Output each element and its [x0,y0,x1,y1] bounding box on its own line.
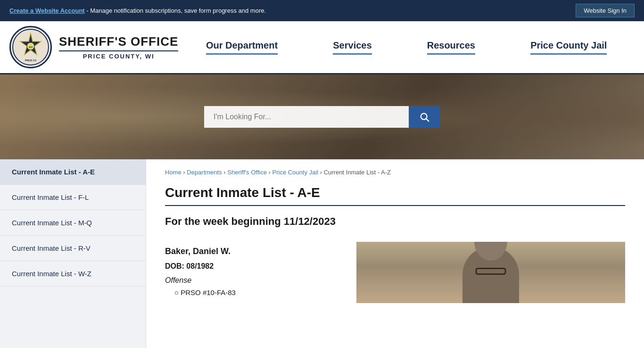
breadcrumb-home[interactable]: Home [165,169,182,176]
main-content: Home › Departments › Sheriff's Office › … [146,159,644,348]
sidebar-item-ae[interactable]: Current Inmate List - A-E [0,159,146,185]
content-area: Current Inmate List - A-E Current Inmate… [0,159,644,348]
banner-message: Create a Website Account - Manage notifi… [9,7,266,14]
create-account-link[interactable]: Create a Website Account [9,7,85,14]
photo-placeholder [356,242,625,303]
search-bar [204,106,440,128]
breadcrumb-current: Current Inmate List - A-Z [324,169,391,176]
banner-text: - Manage notification subscriptions, sav… [85,7,266,14]
header: SO PRICE CO SHERIFF'S OFFICE PRICE COUNT… [0,21,644,74]
county-label: PRICE COUNTY, WI [59,50,178,60]
inmate-photo [356,242,625,303]
breadcrumb-sep3: › [269,169,272,176]
top-banner: Create a Website Account - Manage notifi… [0,0,644,21]
nav-services[interactable]: Services [326,35,379,59]
search-icon [419,112,429,122]
sidebar: Current Inmate List - A-E Current Inmate… [0,159,146,348]
nav-resources[interactable]: Resources [420,35,482,59]
week-heading: For the week beginning 11/12/2023 [165,215,625,228]
sheriff-logo-icon: SO PRICE CO [12,28,50,66]
sidebar-item-mq[interactable]: Current Inmate List - M-Q [0,210,146,236]
main-nav: Our Department Services Resources Price … [178,35,635,59]
svg-line-6 [426,119,429,121]
breadcrumb: Home › Departments › Sheriff's Office › … [165,169,625,176]
breadcrumb-sheriffs-office[interactable]: Sheriff's Office [227,169,267,176]
page-title: Current Inmate List - A-E [165,185,625,206]
inmate-name: Baker, Daniel W. [165,247,342,256]
hero-banner [0,74,644,159]
office-title: SHERIFF'S OFFICE PRICE COUNTY, WI [59,34,178,60]
sidebar-item-rv[interactable]: Current Inmate List - R-V [0,236,146,261]
breadcrumb-sep4: › [320,169,324,176]
nav-price-county-jail[interactable]: Price County Jail [523,35,614,59]
sign-in-button[interactable]: Website Sign In [576,4,635,17]
inmate-offense-label: Offense [165,276,342,285]
photo-glasses [476,268,506,275]
breadcrumb-price-county-jail[interactable]: Price County Jail [272,169,319,176]
sidebar-item-fl[interactable]: Current Inmate List - F-L [0,185,146,210]
search-input[interactable] [204,106,409,128]
svg-text:SO: SO [29,46,33,49]
sidebar-item-wz[interactable]: Current Inmate List - W-Z [0,261,146,287]
logo-area: SO PRICE CO SHERIFF'S OFFICE PRICE COUNT… [9,26,178,68]
inmate-info: Baker, Daniel W. DOB: 08/1982 Offense ○ … [165,242,342,303]
svg-text:PRICE CO: PRICE CO [25,59,36,62]
inmate-offense-item: ○ PRSO #10-FA-83 [174,288,342,296]
sheriff-label: SHERIFF'S OFFICE [59,34,178,49]
nav-our-department[interactable]: Our Department [199,35,285,59]
inmate-section: Baker, Daniel W. DOB: 08/1982 Offense ○ … [165,242,625,303]
inmate-dob: DOB: 08/1982 [165,262,342,271]
offense-bullet: ○ [174,288,181,296]
breadcrumb-departments[interactable]: Departments [187,169,222,176]
search-button[interactable] [409,106,440,128]
logo-circle: SO PRICE CO [9,26,52,68]
